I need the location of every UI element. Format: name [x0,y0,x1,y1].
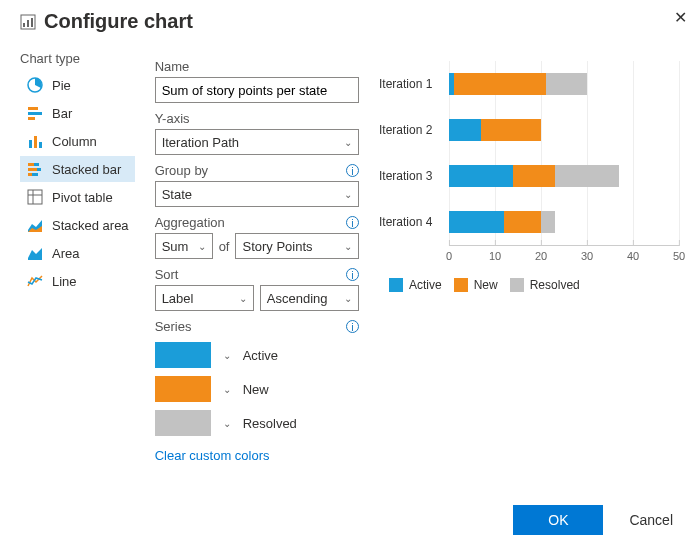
chart-category-label: Iteration 4 [379,215,449,229]
agg-field-select[interactable]: Story Points⌄ [235,233,359,259]
name-input[interactable] [155,77,359,103]
axis-tick: 20 [535,244,547,262]
cancel-button[interactable]: Cancel [623,511,679,529]
series-label: Series [155,319,192,334]
series-row: ⌄Active [155,342,359,368]
chevron-down-icon: ⌄ [344,189,352,200]
svg-rect-7 [28,117,35,120]
svg-rect-2 [27,20,29,27]
chart-preview: Iteration 1Iteration 2Iteration 3Iterati… [379,51,679,463]
chart-type-pie[interactable]: Pie [20,72,135,98]
close-icon[interactable]: ✕ [674,8,687,27]
chart-segment [481,119,541,141]
stacked-bar-icon [26,160,44,178]
chart-category-label: Iteration 3 [379,169,449,183]
chart-segment [449,165,513,187]
chart-type-label: Column [52,134,97,149]
chart-type-panel: Chart type PieBarColumnStacked barPivot … [20,51,135,463]
series-color-swatch[interactable] [155,410,211,436]
chart-segment [555,165,619,187]
svg-rect-17 [28,190,42,204]
chart-type-area[interactable]: Area [20,240,135,266]
axis-tick: 10 [489,244,501,262]
svg-rect-14 [37,168,41,171]
chart-segment [449,119,481,141]
chart-config-icon [20,14,36,30]
yaxis-select[interactable]: Iteration Path⌄ [155,129,359,155]
chart-type-label: Stacked area [52,218,129,233]
chart-type-label: Chart type [20,51,135,66]
legend-swatch [510,278,524,292]
groupby-select[interactable]: State⌄ [155,181,359,207]
chart-category-label: Iteration 1 [379,77,449,91]
legend-label: Active [409,278,442,292]
chevron-down-icon: ⌄ [239,293,247,304]
chart-type-pivot[interactable]: Pivot table [20,184,135,210]
chart-type-column[interactable]: Column [20,128,135,154]
chevron-down-icon[interactable]: ⌄ [223,350,231,361]
clear-colors-link[interactable]: Clear custom colors [155,448,270,463]
axis-tick: 50 [673,244,685,262]
svg-rect-8 [29,140,32,148]
legend-item: Resolved [510,278,580,292]
chart-segment [546,73,587,95]
svg-rect-10 [39,142,42,148]
axis-tick: 30 [581,244,593,262]
info-icon[interactable]: i [346,216,359,229]
sort-dir-select[interactable]: Ascending⌄ [260,285,359,311]
svg-rect-12 [34,163,39,166]
chart-type-label: Pie [52,78,71,93]
info-icon[interactable]: i [346,320,359,333]
chart-type-stacked-area[interactable]: Stacked area [20,212,135,238]
dialog-title: Configure chart [44,10,193,33]
chart-segment [504,211,541,233]
groupby-label: Group by [155,163,208,178]
svg-rect-9 [34,136,37,148]
series-name: Active [243,348,278,363]
chevron-down-icon[interactable]: ⌄ [223,384,231,395]
stacked-area-icon [26,216,44,234]
info-icon[interactable]: i [346,268,359,281]
legend-item: Active [389,278,442,292]
bar-icon [26,104,44,122]
legend-label: Resolved [530,278,580,292]
series-color-swatch[interactable] [155,376,211,402]
pivot-icon [26,188,44,206]
svg-rect-16 [32,173,38,176]
legend-item: New [454,278,498,292]
chart-segment [541,211,555,233]
svg-rect-3 [31,18,33,27]
column-icon [26,132,44,150]
svg-rect-1 [23,23,25,27]
area-icon [26,244,44,262]
chart-type-label: Line [52,274,77,289]
legend-swatch [389,278,403,292]
series-row: ⌄New [155,376,359,402]
svg-rect-5 [28,107,38,110]
chart-type-label: Area [52,246,79,261]
svg-rect-11 [28,163,34,166]
chart-segment [513,165,554,187]
chart-type-label: Pivot table [52,190,113,205]
chart-segment [449,211,504,233]
agg-of-text: of [219,239,230,254]
agg-fn-select[interactable]: Sum⌄ [155,233,213,259]
sort-field-select[interactable]: Label⌄ [155,285,254,311]
aggregation-label: Aggregation [155,215,225,230]
info-icon[interactable]: i [346,164,359,177]
series-color-swatch[interactable] [155,342,211,368]
chart-type-label: Stacked bar [52,162,121,177]
config-panel: Name Y-axis Iteration Path⌄ Group byi St… [155,51,359,463]
chart-type-bar[interactable]: Bar [20,100,135,126]
dialog-header: Configure chart [20,10,679,33]
sort-label: Sort [155,267,179,282]
svg-rect-6 [28,112,42,115]
legend-label: New [474,278,498,292]
chart-type-stacked-bar[interactable]: Stacked bar [20,156,135,182]
chevron-down-icon: ⌄ [344,137,352,148]
chart-type-line[interactable]: Line [20,268,135,294]
legend-swatch [454,278,468,292]
ok-button[interactable]: OK [513,505,603,535]
chevron-down-icon[interactable]: ⌄ [223,418,231,429]
name-label: Name [155,59,190,74]
